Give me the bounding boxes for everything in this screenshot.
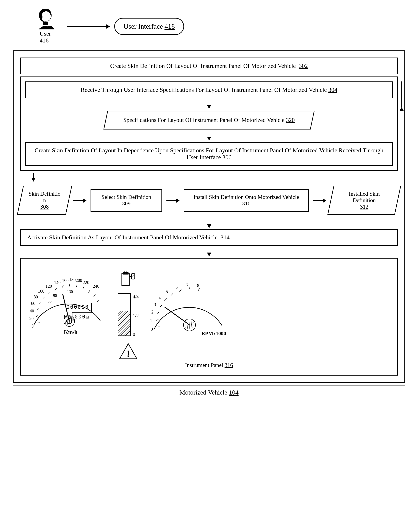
fuel-mid-label: 1/2	[133, 313, 139, 318]
svg-line-70	[189, 287, 190, 290]
activate-box: Activate Skin Definition As Layout Of In…	[20, 229, 398, 246]
svg-text:6: 6	[175, 285, 178, 290]
svg-text:!: !	[127, 349, 129, 358]
svg-line-24	[43, 296, 45, 299]
specs-parallelogram: Specifications For Layout Of Instrument …	[104, 111, 315, 129]
create-skin-layout-box: Create Skin Definition Of Layout In Depe…	[25, 142, 393, 166]
svg-text:50: 50	[48, 299, 52, 304]
svg-text:8: 8	[197, 283, 199, 288]
arrow-install-to-installed	[313, 200, 326, 201]
fuel-fill-pattern	[118, 294, 131, 336]
svg-line-75	[187, 321, 187, 328]
svg-text:RPMx1000: RPMx1000	[201, 330, 226, 336]
instrument-panel-label: Instrument Panel 316	[27, 362, 391, 368]
svg-rect-3	[43, 22, 48, 25]
specs-parallelogram-wrapper: Specifications For Layout Of Instrument …	[25, 111, 393, 129]
skin-def-parallelogram: Skin Definitio n 308	[17, 186, 72, 215]
svg-text:200: 200	[76, 278, 82, 283]
feedback-arrow	[399, 81, 404, 111]
svg-line-69	[179, 289, 182, 292]
svg-line-26	[55, 288, 57, 290]
svg-line-65	[157, 312, 159, 314]
arrow-down-3	[33, 173, 398, 181]
svg-line-77	[191, 321, 192, 328]
svg-line-27	[62, 285, 63, 288]
svg-line-30	[83, 286, 84, 289]
svg-text:0: 0	[32, 324, 34, 328]
instrument-panel-section: 0 20 40 60 80 100 120 140 160 180 200 22…	[20, 258, 398, 375]
speedometer-svg: 0 20 40 60 80 100 120 140 160 180 200 22…	[27, 265, 109, 338]
main-flowchart: Create Skin Definition Of Layout Of Inst…	[13, 50, 405, 383]
svg-point-2	[40, 15, 43, 19]
svg-text:160: 160	[62, 278, 69, 283]
svg-text:220: 220	[83, 280, 89, 285]
install-skin-box: Install Skin Definition Onto Motorized V…	[184, 189, 309, 212]
svg-line-23	[39, 302, 41, 304]
svg-text:0: 0	[151, 327, 153, 332]
arrow-skin-to-select	[73, 200, 86, 201]
top-section: User 416 User Interface 418	[13, 9, 405, 44]
svg-text:180: 180	[69, 277, 76, 282]
svg-text:90: 90	[53, 294, 57, 298]
user-figure: User 416	[35, 9, 56, 44]
svg-line-21	[36, 316, 38, 317]
svg-line-74	[185, 322, 186, 328]
arrow-down-5	[20, 248, 398, 256]
svg-line-33	[97, 300, 99, 302]
svg-line-25	[48, 292, 50, 294]
svg-line-64	[157, 319, 158, 321]
fuel-bot-label: 0	[133, 332, 139, 337]
svg-text:20: 20	[29, 316, 34, 321]
instrument-panel-content: 0 20 40 60 80 100 120 140 160 180 200 22…	[27, 265, 391, 360]
svg-line-20	[38, 322, 40, 323]
svg-text:Km/h: Km/h	[64, 329, 78, 335]
odometer-main: 000000	[64, 303, 92, 311]
svg-rect-51	[118, 311, 131, 336]
arrow-select-to-install	[166, 200, 179, 201]
user-interface-box: User Interface 418	[114, 18, 184, 35]
create-skin-def-box: Create Skin Definition Of Layout Of Inst…	[20, 57, 398, 74]
svg-line-71	[198, 288, 200, 291]
arrow-down-1	[25, 100, 393, 109]
user-label-text: User 416	[40, 30, 51, 44]
svg-rect-43	[122, 274, 129, 285]
svg-line-68	[171, 293, 173, 296]
svg-text:120: 120	[46, 284, 52, 289]
fuel-bar	[118, 293, 131, 336]
fuel-pump-icon	[120, 269, 137, 289]
warning-triangle-icon: !	[118, 343, 138, 360]
svg-line-78	[193, 322, 193, 328]
svg-text:60: 60	[31, 301, 35, 306]
motorized-vehicle-label: Motorized Vehicle 104	[13, 385, 405, 399]
svg-line-29	[76, 284, 77, 287]
odometer-km: 000☒	[72, 312, 92, 321]
svg-line-31	[89, 290, 90, 293]
select-skin-box: Select Skin Definition 309	[91, 189, 162, 212]
svg-line-22	[37, 308, 39, 310]
tachometer-svg: 0 1 2 3 4 5 6 7 8	[148, 267, 229, 340]
svg-text:7: 7	[186, 283, 188, 287]
user-to-ui-arrow	[67, 26, 110, 27]
svg-line-28	[69, 284, 70, 287]
svg-text:4: 4	[159, 295, 161, 300]
svg-line-63	[158, 326, 160, 327]
svg-text:240: 240	[93, 284, 99, 289]
svg-text:2: 2	[151, 310, 153, 314]
svg-line-66	[160, 305, 162, 307]
fuel-labels: 4/4 1/2 0	[133, 293, 139, 338]
arrow-down-2	[25, 132, 393, 140]
svg-line-72	[165, 307, 189, 325]
fuel-section: 4/4 1/2 0 !	[118, 269, 139, 360]
svg-text:5: 5	[166, 289, 168, 294]
middle-row: Skin Definitio n 308 Select Skin Definit…	[20, 186, 398, 215]
tachometer-group: 0 1 2 3 4 5 6 7 8	[148, 267, 229, 341]
installed-skin-parallelogram: Installed Skin Definition 312	[327, 186, 401, 215]
svg-text:140: 140	[54, 280, 61, 285]
speedometer-group: 0 20 40 60 80 100 120 140 160 180 200 22…	[27, 265, 109, 339]
svg-text:1: 1	[150, 318, 152, 323]
receive-specs-box: Receive Through User Interface Specifica…	[25, 81, 393, 98]
arrow-down-4	[20, 219, 398, 228]
svg-text:130: 130	[67, 290, 73, 294]
svg-line-67	[164, 298, 167, 301]
svg-text:3: 3	[154, 302, 156, 307]
